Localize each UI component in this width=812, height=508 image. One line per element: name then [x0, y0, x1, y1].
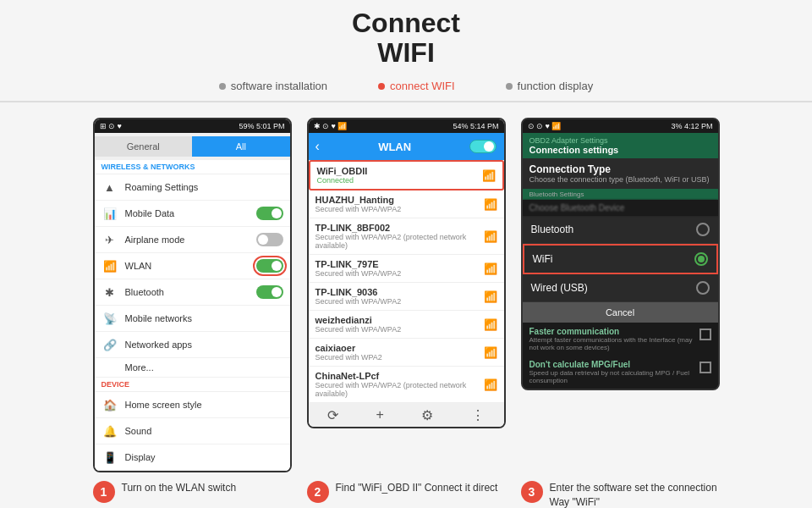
- radio-option-wired[interactable]: Wired (USB): [523, 274, 718, 302]
- phone-2-wlan: ✱ ⊙ ♥ 📶 54% 5:14 PM ‹ WLAN WiFi_OBDII Co…: [307, 118, 506, 428]
- bluetooth-option-label: Bluetooth: [531, 224, 574, 235]
- step-number-2: 2: [307, 481, 329, 503]
- wlan-label: WLAN: [125, 261, 256, 271]
- wifi-chinanet-name: ChinaNet-LPcf: [315, 371, 484, 381]
- cancel-button[interactable]: Cancel: [523, 302, 718, 323]
- wifi-item-tplink2[interactable]: TP-LINK_797E Secured with WPA/WPA2 📶: [309, 255, 504, 283]
- wifi-tplink1-name: TP-LINK_8BF002: [315, 223, 484, 233]
- phone2-status-text: 54% 5:14 PM: [453, 122, 498, 130]
- wifi-huazhu-name: HUAZHU_Hanting: [315, 195, 402, 205]
- step-desc-3: Enter the software set the connection Wa…: [550, 481, 720, 508]
- bluetooth-knob: [272, 287, 282, 297]
- mobile-data-toggle[interactable]: [256, 207, 283, 220]
- phone2-status-bar: ✱ ⊙ ♥ 📶 54% 5:14 PM: [309, 119, 504, 133]
- wifi-huazhu-security: Secured with WPA/WPA2: [315, 205, 402, 213]
- wifi-icon-3: 📶: [484, 230, 497, 243]
- conn-type-title: Connection Type: [529, 163, 711, 175]
- wifi-icon-7: 📶: [484, 346, 497, 359]
- device-section-label: DEVICE: [95, 378, 290, 392]
- phone2-icons-left: ✱ ⊙ ♥ 📶: [314, 122, 348, 130]
- bluetooth-icon: ✱: [102, 284, 118, 301]
- faster-text-block: Faster communication Attempt faster comm…: [529, 327, 694, 351]
- wifi-item-tplink1[interactable]: TP-LINK_8BF002 Secured with WPA/WPA2 (pr…: [309, 218, 504, 255]
- app-title: OBD2 Adapter Settings: [529, 136, 711, 145]
- bottom-step-3: 3 Enter the software set the connection …: [521, 481, 720, 508]
- wifi-item-huazhu[interactable]: HUAZHU_Hanting Secured with WPA/WPA2 📶: [309, 190, 504, 218]
- menu-icon[interactable]: ⋮: [471, 407, 485, 423]
- bt-settings-section-label: Bluetooth Settings: [523, 189, 718, 200]
- add-wifi-icon[interactable]: +: [376, 407, 383, 422]
- phone1-status-text: 59% 5:01 PM: [239, 122, 284, 130]
- step-dot-1: [219, 83, 226, 90]
- step-label-1: software installation: [231, 80, 327, 92]
- phone3-status-bar: ⊙ ⊙ ♥ 📶 3% 4:12 PM: [523, 119, 718, 133]
- roaming-icon: ▲: [102, 179, 118, 196]
- tab-all[interactable]: All: [192, 136, 290, 157]
- advanced-wifi-icon[interactable]: ⚙: [421, 407, 433, 423]
- wifi-radio-circle[interactable]: [694, 252, 708, 266]
- wlan-header-toggle[interactable]: [469, 140, 497, 153]
- wired-radio-circle[interactable]: [696, 281, 710, 295]
- back-icon[interactable]: ‹: [315, 139, 320, 154]
- mpg-checkbox[interactable]: [700, 362, 711, 373]
- wifi-connected-name: WiFi_OBDII: [317, 166, 368, 176]
- wlan-knob: [272, 261, 282, 271]
- wifi-item-connected[interactable]: WiFi_OBDII Connected 📶: [309, 160, 504, 190]
- wifi-item-weizhe[interactable]: weizhedianzi Secured with WPA/WPA2 📶: [309, 311, 504, 339]
- wlan-header-knob: [484, 141, 494, 152]
- settings-row-display: 📱 Display: [95, 444, 290, 471]
- airplane-toggle[interactable]: [256, 233, 283, 246]
- wifi-weizhe-name: weizhedianzi: [315, 315, 402, 325]
- tab-general[interactable]: General: [95, 136, 193, 157]
- settings-row-wlan: 📶 WLAN: [95, 253, 290, 279]
- wifi-item-cai[interactable]: caixiaoer Secured with WPA2 📶: [309, 339, 504, 367]
- wifi-item-tplink3[interactable]: TP-LINK_9036 Secured with WPA/WPA2 📶: [309, 283, 504, 311]
- wifi-signal-icon: 📶: [482, 169, 496, 182]
- mobile-networks-icon: 📡: [102, 310, 118, 327]
- home-screen-label: Home screen style: [125, 400, 283, 410]
- wifi-tplink3-security: Secured with WPA/WPA2: [315, 297, 402, 306]
- airplane-label: Airplane mode: [125, 235, 256, 245]
- radio-option-bluetooth[interactable]: Bluetooth: [523, 216, 718, 244]
- settings-row-more[interactable]: More...: [95, 358, 290, 378]
- roaming-label: Roaming Settings: [125, 182, 283, 192]
- bottom-step-1: 1 Turn on the WLAN switch: [93, 481, 292, 503]
- networked-apps-icon: 🔗: [102, 336, 118, 353]
- settings-row-home-screen: 🏠 Home screen style: [95, 392, 290, 418]
- mpg-row: Don't calculate MPG/Fuel Speed up data r…: [523, 356, 718, 389]
- airplane-icon: ✈: [102, 231, 118, 248]
- display-icon: 📱: [102, 449, 118, 466]
- bottom-steps: 1 Turn on the WLAN switch 2 Find "WiFi_O…: [0, 472, 812, 508]
- steps-navigation: software installation connect WIFI funct…: [0, 73, 812, 101]
- settings-row-mobile-data: 📊 Mobile Data: [95, 201, 290, 227]
- wifi-tplink2-security: Secured with WPA/WPA2: [315, 269, 402, 278]
- page-title: Connect WIFI: [0, 8, 812, 68]
- bluetooth-toggle[interactable]: [256, 285, 283, 299]
- wlan-toggle[interactable]: [256, 259, 283, 273]
- faster-checkbox[interactable]: [700, 329, 711, 340]
- step-number-1: 1: [93, 481, 115, 503]
- bluetooth-radio-circle[interactable]: [696, 223, 710, 236]
- mpg-desc: Speed up data retrieval by not calculati…: [529, 369, 694, 384]
- step-number-3: 3: [521, 481, 543, 503]
- wifi-item-chinanet[interactable]: ChinaNet-LPcf Secured with WPA/WPA2 (pro…: [309, 367, 504, 403]
- step-item-2: connect WIFI: [378, 80, 455, 92]
- refresh-icon[interactable]: ⟳: [327, 407, 338, 423]
- phone1-icons-left: ⊞ ⊙ ♥: [100, 122, 122, 130]
- phone2-bottom-bar: ⟳ + ⚙ ⋮: [309, 403, 504, 427]
- bluetooth-label: Bluetooth: [125, 287, 256, 297]
- mobile-data-knob: [272, 208, 282, 218]
- radio-option-wifi[interactable]: WiFi: [523, 244, 718, 274]
- bottom-step-2: 2 Find "WiFi_OBD II" Connect it direct: [307, 481, 506, 503]
- step-desc-2: Find "WiFi_OBD II" Connect it direct: [336, 481, 498, 495]
- wlan-header-title: WLAN: [378, 141, 411, 153]
- mobile-data-icon: 📊: [102, 205, 118, 222]
- connection-type-section: Connection Type Choose the connection ty…: [523, 158, 718, 189]
- wifi-option-label: WiFi: [533, 253, 553, 265]
- page-header: Connect WIFI: [0, 0, 812, 73]
- step-label-3: function display: [518, 80, 594, 92]
- faster-title: Faster communication: [529, 327, 694, 336]
- phone-3-connection-type: ⊙ ⊙ ♥ 📶 3% 4:12 PM OBD2 Adapter Settings…: [521, 118, 720, 390]
- step-desc-1: Turn on the WLAN switch: [122, 481, 237, 495]
- settings-row-networked-apps: 🔗 Networked apps: [95, 332, 290, 358]
